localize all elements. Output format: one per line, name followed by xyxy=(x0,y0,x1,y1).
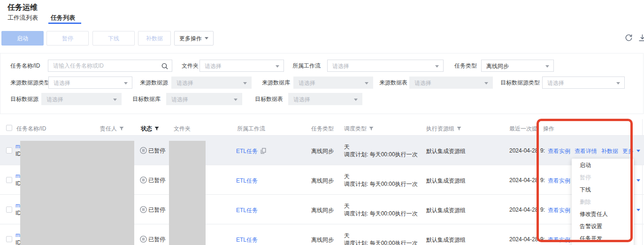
pause-button[interactable]: 暂停 xyxy=(46,31,89,46)
resource-group-cell: 默认集成资源组 xyxy=(426,236,466,244)
task-type-cell: 离线同步 xyxy=(311,207,334,214)
last-submit-time-fragment: 9: xyxy=(540,207,545,213)
search-input[interactable] xyxy=(48,60,172,71)
col-header-schedule-type[interactable]: 调度类型 xyxy=(344,125,374,133)
task-name-search-field[interactable] xyxy=(48,60,172,72)
src-type-select[interactable]: 请选择 xyxy=(48,77,132,89)
chevron-down-icon[interactable] xyxy=(636,209,640,211)
download-icon[interactable] xyxy=(638,34,644,43)
more-link[interactable]: 更多 xyxy=(622,148,634,154)
chevron-down-icon xyxy=(365,82,368,84)
src-source-select: 请选择 xyxy=(171,77,252,89)
dst-type-select[interactable]: 请选择 xyxy=(542,77,625,89)
tab-workflow-list[interactable]: 工作流列表 xyxy=(8,14,38,22)
src-db-select-placeholder: 请选择 xyxy=(299,80,315,86)
refresh-icon[interactable] xyxy=(625,34,633,43)
chevron-down-icon xyxy=(243,82,247,84)
filter-label-dst-db: 目标数据库 xyxy=(132,93,161,105)
last-submit-date: 2024-04-28 xyxy=(509,147,540,154)
menu-item-task-dev[interactable]: 任务开发 xyxy=(572,232,634,245)
filter-label-src-table: 来源数据表 xyxy=(379,77,407,89)
workflow-link[interactable]: ETL任务 xyxy=(236,177,258,184)
status-text: 已暂停 xyxy=(148,147,165,154)
col-header-resource-group[interactable]: 执行资源组 xyxy=(426,125,461,133)
last-submit-date: 2024-04-28 xyxy=(509,207,540,213)
filter-icon[interactable] xyxy=(119,126,124,131)
chevron-down-icon xyxy=(616,82,620,84)
workflow-link[interactable]: ETL任务 xyxy=(236,148,258,154)
select-all-checkbox[interactable] xyxy=(6,125,12,131)
view-instance-link[interactable]: 查看实例 xyxy=(548,207,570,214)
folder-select[interactable]: 请选择 xyxy=(199,60,284,72)
src-table-select-placeholder: 请选择 xyxy=(414,80,431,86)
chevron-down-icon xyxy=(276,65,279,68)
filter-icon[interactable] xyxy=(369,126,374,131)
workflow-link[interactable]: ETL任务 xyxy=(236,237,258,243)
menu-item-start[interactable]: 启动 xyxy=(572,159,634,171)
task-type-cell: 离线同步 xyxy=(311,177,334,185)
col-header-status-label: 状态 xyxy=(141,125,152,132)
menu-item-offline[interactable]: 下线 xyxy=(572,184,634,196)
view-instance-link[interactable]: 查看实例 xyxy=(548,148,570,154)
task-ops-page: 任务运维 工作流列表 任务列表 启动 暂停 下线 补数据 更多操作 任务名称/I… xyxy=(0,0,644,245)
schedule-cycle: 天 xyxy=(344,202,350,210)
row-checkbox[interactable] xyxy=(6,236,12,242)
chevron-down-icon xyxy=(435,65,439,68)
workflow-link[interactable]: ETL任务 xyxy=(236,207,258,214)
filter-label-dst-source: 目标数据源 xyxy=(10,93,38,105)
dst-table-select-placeholder: 请选择 xyxy=(293,96,310,103)
search-icon[interactable] xyxy=(161,63,168,69)
dst-db-select-placeholder: 请选择 xyxy=(171,96,188,103)
schedule-plan: 调度计划: 每天00:00执行一次 xyxy=(344,210,418,218)
status-text: 已暂停 xyxy=(148,236,165,243)
filter-label-task-name: 任务名称/ID xyxy=(10,60,40,72)
col-header-actions: 操作 xyxy=(543,125,554,133)
last-submit-time-fragment: 9: xyxy=(540,147,545,154)
view-instance-link[interactable]: 查看实例 xyxy=(548,177,570,184)
paused-status-icon xyxy=(140,206,147,213)
menu-item-alarm-settings[interactable]: 告警设置 xyxy=(572,220,634,232)
copy-icon[interactable] xyxy=(261,148,266,154)
col-header-owner-label: 责任人 xyxy=(100,125,117,132)
filter-label-workflow: 所属工作流 xyxy=(292,60,321,72)
chevron-down-icon xyxy=(354,99,358,101)
view-instance-link[interactable]: 查看实例 xyxy=(548,237,570,243)
dst-source-select-placeholder: 请选择 xyxy=(46,96,63,103)
paused-status-icon xyxy=(140,236,147,243)
chevron-down-icon[interactable] xyxy=(636,150,640,152)
col-header-resource-group-label: 执行资源组 xyxy=(426,125,454,132)
task-type-select[interactable]: 离线同步 xyxy=(481,60,554,72)
menu-item-pause: 暂停 xyxy=(572,171,634,184)
filter-label-src-source: 来源数据源 xyxy=(140,77,168,89)
col-header-owner[interactable]: 责任人 xyxy=(100,125,124,133)
col-header-status[interactable]: 状态 xyxy=(141,125,159,133)
tab-task-list[interactable]: 任务列表 xyxy=(51,14,75,22)
filter-label-folder: 文件夹 xyxy=(182,60,199,72)
task-name-link[interactable]: m xyxy=(15,173,20,179)
workflow-select[interactable]: 请选择 xyxy=(327,60,444,72)
schedule-plan: 调度计划: 每天00:00执行一次 xyxy=(344,180,418,188)
task-name-link[interactable]: m xyxy=(15,202,20,209)
col-header-workflow: 所属工作流 xyxy=(237,125,265,133)
view-detail-link[interactable]: 查看详情 xyxy=(575,148,597,154)
backfill-link[interactable]: 补数据 xyxy=(601,148,618,154)
offline-button[interactable]: 下线 xyxy=(92,31,135,46)
row-checkbox[interactable] xyxy=(6,147,12,153)
dst-source-select: 请选择 xyxy=(41,93,122,105)
src-db-select: 请选择 xyxy=(293,77,373,89)
schedule-plan: 调度计划: 每天00:00执行一次 xyxy=(344,239,418,245)
menu-item-change-owner[interactable]: 修改责任人 xyxy=(572,208,634,220)
filter-label-src-type: 来源数据源类型 xyxy=(10,77,50,89)
start-button[interactable]: 启动 xyxy=(1,31,44,46)
redaction-overlay xyxy=(169,141,206,245)
filter-icon[interactable] xyxy=(154,126,159,131)
task-name-link[interactable]: m xyxy=(15,232,20,238)
more-actions-button[interactable]: 更多操作 xyxy=(174,31,214,46)
chevron-down-icon xyxy=(124,82,128,84)
backfill-button[interactable]: 补数据 xyxy=(138,31,171,46)
task-name-link[interactable]: m xyxy=(15,143,20,150)
chevron-down-icon[interactable] xyxy=(636,179,640,182)
filter-icon[interactable] xyxy=(457,126,461,131)
row-checkbox[interactable] xyxy=(6,207,12,213)
row-checkbox[interactable] xyxy=(6,177,12,183)
